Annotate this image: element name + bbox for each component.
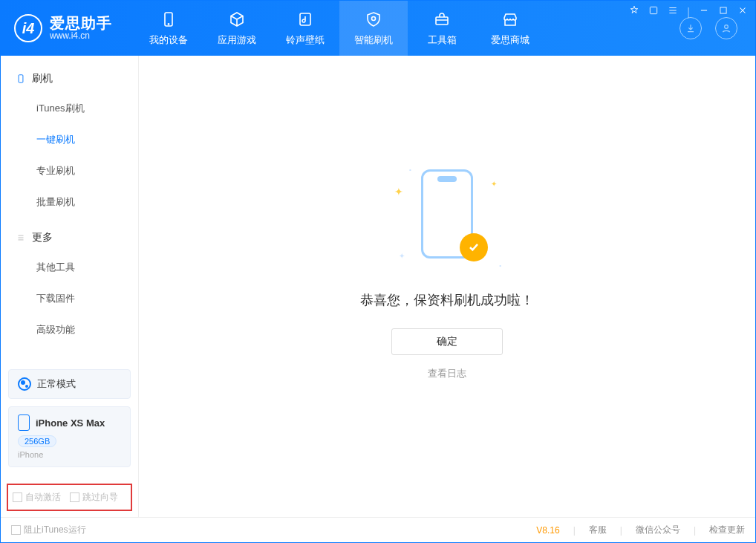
success-illustration: ✦ ✦ • ✦ •: [391, 163, 503, 275]
sidebar-item-download-firmware[interactable]: 下载固件: [1, 283, 138, 314]
main-content: ✦ ✦ • ✦ • 恭喜您，保资料刷机成功啦！ 确定 查看日志: [139, 56, 755, 517]
download-button[interactable]: [680, 17, 702, 39]
sidebar-options-highlight: 自动激活 跳过向导: [7, 484, 132, 511]
svg-point-7: [725, 25, 729, 29]
svg-rect-6: [436, 17, 448, 25]
sidebar: 刷机 iTunes刷机 一键刷机 专业刷机 批量刷机 更多 其他工具 下载固件 …: [1, 56, 139, 517]
status-bar: 阻止iTunes运行 V8.16 | 客服 | 微信公众号 | 检查更新: [1, 517, 755, 542]
success-message: 恭喜您，保资料刷机成功啦！: [360, 291, 534, 309]
app-icon[interactable]: [648, 5, 659, 18]
close-icon[interactable]: [737, 5, 748, 18]
svg-point-5: [372, 17, 376, 21]
tab-label: 工具箱: [428, 33, 457, 47]
version-label: V8.16: [536, 525, 559, 536]
svg-rect-8: [19, 75, 23, 83]
tab-label: 我的设备: [149, 33, 188, 47]
maximize-icon[interactable]: [718, 5, 729, 18]
window-controls: |: [629, 5, 748, 18]
sparkle-icon: ✦: [491, 180, 497, 188]
logo-icon: i4: [14, 14, 42, 42]
sparkle-icon: •: [499, 262, 501, 269]
toolbox-icon: [432, 10, 452, 29]
header-right: [680, 17, 755, 39]
tab-label: 应用游戏: [218, 33, 256, 47]
tab-label: 铃声壁纸: [286, 33, 325, 47]
device-phone-icon: [18, 414, 30, 431]
sparkle-icon: ✦: [394, 186, 403, 198]
app-name: 爱思助手: [50, 15, 112, 31]
sidebar-item-pro-flash[interactable]: 专业刷机: [1, 155, 138, 186]
sidebar-header-flash: 刷机: [1, 65, 138, 93]
cube-icon: [227, 10, 247, 29]
device-type-label: iPhone: [18, 450, 121, 459]
device-name-label: iPhone XS Max: [36, 417, 105, 429]
divider: |: [694, 525, 696, 536]
minimize-icon[interactable]: [699, 5, 709, 18]
tab-smart-flash[interactable]: 智能刷机: [339, 1, 408, 56]
store-icon: [501, 10, 520, 29]
tab-label: 爱思商城: [491, 33, 529, 47]
customer-support-link[interactable]: 客服: [589, 524, 607, 536]
sidebar-header-more: 更多: [1, 224, 138, 252]
svg-rect-0: [651, 7, 657, 13]
sidebar-header-label: 更多: [32, 231, 53, 244]
logo: i4 爱思助手 www.i4.cn: [1, 14, 134, 42]
wechat-link[interactable]: 微信公众号: [636, 524, 680, 536]
main-tabs: 我的设备 应用游戏 铃声壁纸 智能刷机 工具箱 爱思商城: [134, 1, 544, 56]
theme-icon[interactable]: [629, 5, 639, 18]
divider: |: [573, 525, 576, 536]
tab-toolbox[interactable]: 工具箱: [408, 1, 476, 56]
mode-icon: [18, 377, 31, 391]
device-mode-label: 正常模式: [37, 377, 76, 391]
tab-store[interactable]: 爱思商城: [476, 1, 544, 56]
divider: |: [620, 525, 622, 536]
sidebar-header-label: 刷机: [32, 72, 53, 85]
svg-rect-1: [720, 7, 726, 13]
divider: |: [687, 6, 690, 18]
check-badge-icon: [460, 233, 488, 261]
gear-shield-icon: [364, 10, 383, 29]
sidebar-item-other-tools[interactable]: 其他工具: [1, 252, 138, 283]
device-capacity-badge: 256GB: [18, 435, 56, 447]
list-icon: [16, 233, 26, 243]
menu-icon[interactable]: [668, 5, 678, 18]
auto-activate-checkbox[interactable]: 自动激活: [13, 491, 61, 504]
ok-button[interactable]: 确定: [391, 328, 503, 355]
sidebar-item-advanced[interactable]: 高级功能: [1, 314, 138, 345]
tab-my-device[interactable]: 我的设备: [134, 1, 203, 56]
device-card[interactable]: iPhone XS Max 256GB iPhone: [8, 406, 131, 467]
sparkle-icon: •: [409, 166, 411, 173]
tab-label: 智能刷机: [354, 33, 393, 47]
tab-ringtones-wallpapers[interactable]: 铃声壁纸: [271, 1, 339, 56]
app-site: www.i4.cn: [50, 31, 112, 41]
check-update-link[interactable]: 检查更新: [709, 524, 745, 536]
skip-wizard-checkbox[interactable]: 跳过向导: [70, 491, 118, 504]
sidebar-item-oneclick-flash[interactable]: 一键刷机: [1, 124, 138, 155]
auto-activate-label: 自动激活: [25, 492, 61, 502]
block-itunes-label: 阻止iTunes运行: [24, 524, 86, 535]
sidebar-item-batch-flash[interactable]: 批量刷机: [1, 186, 138, 218]
svg-point-3: [168, 24, 169, 25]
block-itunes-checkbox[interactable]: 阻止iTunes运行: [11, 524, 86, 536]
skip-wizard-label: 跳过向导: [82, 492, 118, 502]
sparkle-icon: ✦: [399, 252, 405, 260]
music-note-icon: [296, 10, 315, 29]
device-mode-card[interactable]: 正常模式: [8, 369, 131, 399]
user-button[interactable]: [715, 17, 737, 39]
tab-apps-games[interactable]: 应用游戏: [203, 1, 271, 56]
view-log-link[interactable]: 查看日志: [428, 367, 466, 380]
sidebar-item-itunes-flash[interactable]: iTunes刷机: [1, 93, 138, 124]
phone-outline-icon: [16, 74, 26, 84]
phone-icon: [159, 10, 178, 29]
